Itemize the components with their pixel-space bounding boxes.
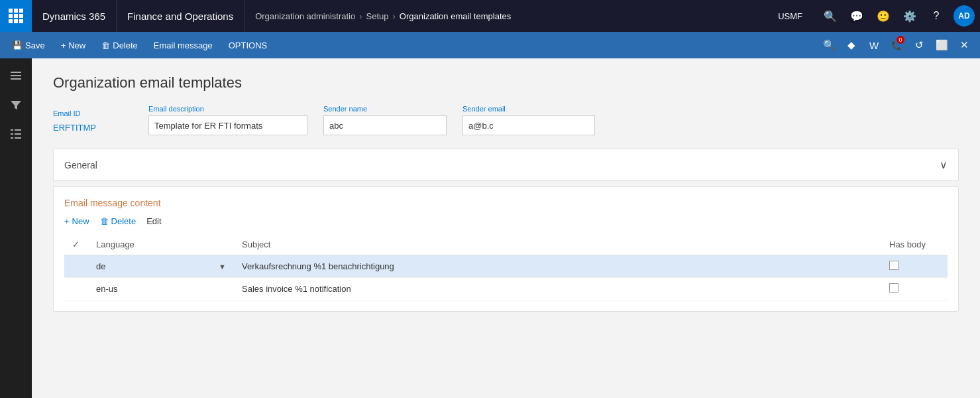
lang-dropdown-icon[interactable]: ▼ (219, 263, 226, 271)
svg-rect-4 (11, 129, 13, 131)
email-id-value[interactable]: ERFTITMP (53, 120, 133, 135)
search-icon-nav[interactable]: 🔍 (818, 4, 842, 28)
brand-label: Dynamics 365 (42, 11, 105, 22)
toolbar-badge-icon[interactable]: 📞0 (886, 34, 907, 56)
general-chevron-icon: ∨ (940, 159, 948, 171)
table-header: ✓ Language Subject Has body (64, 234, 948, 255)
waffle-button[interactable] (0, 0, 32, 32)
main-layout: Organization email templates Email ID ER… (0, 58, 980, 398)
new-button[interactable]: + New (54, 38, 93, 53)
svg-rect-2 (11, 78, 21, 80)
left-sidebar (0, 58, 32, 398)
general-section-header[interactable]: General ∨ (54, 149, 958, 180)
toolbar-word-icon[interactable]: W (863, 34, 885, 56)
company-selector[interactable]: USMF (767, 11, 813, 21)
save-button[interactable]: 💾 Save (5, 38, 52, 53)
svg-rect-1 (11, 75, 21, 76)
breadcrumb-item-1[interactable]: Organization administratio (255, 11, 355, 21)
waffle-grid (9, 9, 23, 23)
hamburger-icon[interactable] (4, 64, 28, 88)
content-plus-icon: + (64, 216, 70, 226)
sender-name-label: Sender name (323, 105, 447, 113)
module-label: Finance and Operations (127, 11, 233, 22)
col-language: Language (88, 234, 234, 255)
content-new-button[interactable]: + New (64, 216, 89, 226)
breadcrumb-sep-2: › (393, 11, 396, 21)
content-delete-button[interactable]: 🗑 Delete (100, 216, 136, 226)
sender-email-label: Sender email (463, 105, 595, 113)
toolbar-open-icon[interactable]: ⬜ (931, 34, 952, 56)
toolbar-diamond-icon[interactable]: ◆ (841, 34, 862, 56)
general-section: General ∨ (53, 149, 959, 181)
action-toolbar: 💾 Save + New 🗑 Delete Email message OPTI… (0, 32, 980, 58)
toolbar-refresh-icon[interactable]: ↺ (908, 34, 930, 56)
email-content-table: ✓ Language Subject Has body (64, 234, 948, 300)
row-language-value: en-us (96, 284, 118, 294)
help-icon[interactable]: ? (924, 4, 948, 28)
content-edit-button[interactable]: Edit (146, 216, 161, 226)
delete-icon: 🗑 (101, 40, 110, 50)
sender-name-input[interactable] (323, 115, 447, 135)
nav-icons: 🔍 💬 🙂 ⚙️ ? AD (813, 4, 980, 28)
emoji-icon[interactable]: 🙂 (871, 4, 895, 28)
settings-icon[interactable]: ⚙️ (898, 4, 922, 28)
svg-rect-8 (11, 137, 13, 139)
user-avatar[interactable]: AD (953, 5, 975, 27)
row-subject-cell: Verkaufsrechnung %1 benachrichtigung (234, 255, 881, 278)
table-header-row: ✓ Language Subject Has body (64, 234, 948, 255)
col-hasbody: Has body (881, 234, 948, 255)
email-content-title: Email message content (64, 198, 948, 208)
row-hasbody-cell (881, 278, 948, 300)
svg-rect-6 (11, 133, 13, 135)
filter-icon[interactable] (4, 93, 28, 117)
email-content-section: Email message content + New 🗑 Delete Edi… (53, 186, 959, 312)
has-body-checkbox[interactable] (889, 261, 898, 270)
table-body: de ▼ Verkaufsrechnung %1 benachrichtigun… (64, 255, 948, 300)
breadcrumb: Organization administratio › Setup › Org… (245, 11, 767, 21)
company-label: USMF (778, 11, 802, 21)
toolbar-close-icon[interactable]: ✕ (953, 34, 975, 56)
content-delete-label: Delete (111, 216, 136, 226)
email-id-field: Email ID ERFTITMP (53, 109, 133, 135)
avatar-initials: AD (958, 11, 969, 21)
col-language-label: Language (96, 239, 135, 249)
table-row[interactable]: en-us Sales invoice %1 notification (64, 278, 948, 300)
list-icon[interactable] (4, 122, 28, 146)
toolbar-right: 🔍 ◆ W 📞0 ↺ ⬜ ✕ (818, 34, 975, 56)
row-language-cell: de ▼ (88, 255, 234, 278)
email-id-label: Email ID (53, 109, 133, 117)
new-label: New (68, 40, 85, 50)
col-check: ✓ (64, 234, 88, 255)
toolbar-search-icon[interactable]: 🔍 (818, 34, 840, 56)
breadcrumb-item-3: Organization email templates (400, 11, 511, 21)
row-check-cell (64, 255, 88, 278)
col-subject: Subject (234, 234, 881, 255)
svg-rect-7 (15, 133, 21, 135)
chat-icon[interactable]: 💬 (845, 4, 869, 28)
options-button[interactable]: OPTIONS (222, 38, 274, 53)
row-check-cell (64, 278, 88, 300)
content-delete-icon: 🗑 (100, 216, 109, 226)
general-section-title: General (64, 160, 97, 170)
delete-label: Delete (113, 40, 138, 50)
table-row[interactable]: de ▼ Verkaufsrechnung %1 benachrichtigun… (64, 255, 948, 278)
module-name: Finance and Operations (117, 0, 245, 32)
row-subject-value: Sales invoice %1 notification (242, 284, 351, 294)
options-label: OPTIONS (229, 40, 268, 50)
email-desc-label: Email description (148, 105, 307, 113)
row-hasbody-cell (881, 255, 948, 278)
svg-rect-0 (11, 72, 21, 73)
svg-rect-9 (15, 137, 21, 139)
plus-icon: + (61, 40, 66, 50)
email-desc-input[interactable] (148, 115, 307, 135)
row-subject-cell: Sales invoice %1 notification (234, 278, 881, 300)
delete-button[interactable]: 🗑 Delete (95, 38, 144, 53)
row-subject-value: Verkaufsrechnung %1 benachrichtigung (242, 261, 394, 271)
sender-email-input[interactable] (463, 115, 595, 135)
page-title: Organization email templates (53, 74, 959, 92)
save-label: Save (25, 40, 45, 50)
breadcrumb-item-2[interactable]: Setup (366, 11, 389, 21)
has-body-checkbox[interactable] (889, 283, 898, 293)
email-message-button[interactable]: Email message (147, 38, 219, 53)
svg-marker-3 (11, 101, 21, 109)
